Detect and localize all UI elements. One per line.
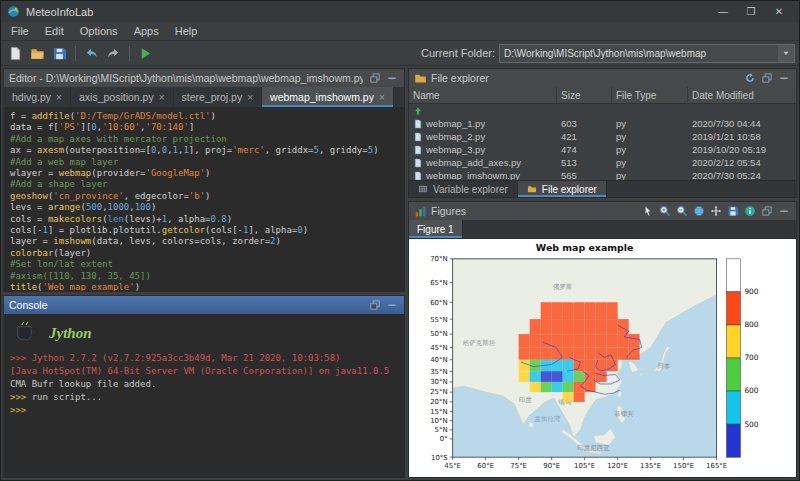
- current-folder-dropdown-icon[interactable]: [778, 45, 794, 62]
- app-logo-icon: [7, 5, 20, 18]
- file-date-cell: 2020/7/30 04:44: [688, 117, 796, 130]
- tab-close-icon[interactable]: ×: [159, 92, 165, 103]
- run-button[interactable]: [135, 43, 156, 64]
- column-header-file-type[interactable]: File Type: [612, 87, 688, 103]
- right-column: File explorer NameSizeFile TypeDate Modi…: [408, 68, 797, 478]
- zoom-in-icon[interactable]: [657, 204, 672, 219]
- new-script-button[interactable]: [5, 43, 26, 64]
- refresh-icon[interactable]: [742, 71, 757, 86]
- current-folder-value: D:\Working\MIScript\Jython\mis\map\webma…: [504, 48, 778, 59]
- tab-file-explorer[interactable]: File explorer: [518, 181, 607, 197]
- file-row-webmap_1.py[interactable]: webmap_1.py603py2020/7/30 04:44: [409, 117, 796, 130]
- console-body[interactable]: Jython >>> Jython 2.7.2 (v2.7.2:925a3cc3…: [4, 314, 404, 477]
- redo-button[interactable]: [103, 43, 124, 64]
- hide-icon[interactable]: [384, 71, 399, 86]
- svg-text:孟加拉湾: 孟加拉湾: [534, 415, 560, 423]
- file-row-webmap_add_axes.py[interactable]: webmap_add_axes.py513py2020/2/12 05:54: [409, 156, 796, 169]
- svg-text:900: 900: [744, 287, 758, 296]
- window-controls: — ❐ ✕: [709, 1, 793, 22]
- file-name-cell: webmap_imshowm.py: [409, 169, 557, 180]
- pan-icon[interactable]: [708, 204, 723, 219]
- code-area[interactable]: f = addfile('D:/Temp/GrADS/model.ctl')da…: [4, 108, 404, 291]
- svg-text:印度: 印度: [519, 396, 532, 404]
- toolbar-separator: [129, 46, 130, 61]
- svg-text:500: 500: [744, 420, 758, 429]
- column-header-name[interactable]: Name: [409, 87, 557, 103]
- editor-tab-axis_position.py[interactable]: axis_position.py×: [71, 87, 174, 107]
- maximize-button[interactable]: ❐: [737, 1, 765, 22]
- float-icon[interactable]: [367, 298, 382, 313]
- menu-apps[interactable]: Apps: [126, 22, 167, 40]
- file-row-webmap_3.py[interactable]: webmap_3.py474py2019/10/20 05:19: [409, 143, 796, 156]
- file-date-cell: 2020/7/30 05:24: [688, 169, 796, 180]
- menu-edit[interactable]: Edit: [37, 22, 72, 40]
- parent-directory-row[interactable]: [409, 104, 796, 117]
- globe-icon[interactable]: [691, 204, 706, 219]
- editor-tab-hdivg.py[interactable]: hdivg.py×: [4, 87, 71, 107]
- float-icon[interactable]: [367, 71, 382, 86]
- float-icon[interactable]: [759, 71, 774, 86]
- svg-text:10°N: 10°N: [430, 417, 448, 425]
- file-explorer-controls: [742, 71, 791, 86]
- main-area: Editor - D:\Working\MIScript\Jython\mis\…: [1, 66, 799, 480]
- menu-options[interactable]: Options: [72, 22, 126, 40]
- hide-icon[interactable]: [776, 204, 791, 219]
- undo-button[interactable]: [81, 43, 102, 64]
- column-header-size[interactable]: Size: [557, 87, 612, 103]
- select-icon[interactable]: [640, 204, 655, 219]
- svg-text:75°E: 75°E: [510, 462, 527, 470]
- tab-close-icon[interactable]: ×: [379, 92, 385, 103]
- file-row-webmap_2.py[interactable]: webmap_2.py421py2019/1/21 10:58: [409, 130, 796, 143]
- menu-file[interactable]: File: [3, 22, 37, 40]
- figures-toolbar: [640, 204, 791, 219]
- svg-text:5°N: 5°N: [435, 426, 448, 434]
- svg-text:45°N: 45°N: [430, 344, 448, 352]
- figures-title: Figures: [431, 205, 466, 217]
- console-panel: Console Jython >>> Jython 2.7.2 (v2.7.2:…: [3, 295, 405, 478]
- save-icon[interactable]: [725, 204, 740, 219]
- open-folder-button[interactable]: [27, 43, 48, 64]
- chart-icon: [414, 205, 427, 218]
- info-icon[interactable]: [742, 204, 757, 219]
- svg-text:Web map example: Web map example: [536, 242, 634, 253]
- svg-text:50°N: 50°N: [430, 330, 448, 338]
- svg-text:0°: 0°: [440, 435, 448, 443]
- svg-text:20°N: 20°N: [430, 398, 448, 406]
- save-button[interactable]: [49, 43, 70, 64]
- column-header-date-modified[interactable]: Date Modified: [688, 87, 796, 103]
- console-line-3: CMA Bufr lookup file added.: [10, 378, 398, 391]
- float-icon[interactable]: [759, 204, 774, 219]
- current-folder-combobox[interactable]: D:\Working\MIScript\Jython\mis\map\webma…: [499, 44, 795, 63]
- svg-text:15°N: 15°N: [430, 408, 448, 416]
- file-row-webmap_imshowm.py[interactable]: webmap_imshowm.py565py2020/7/30 05:24: [409, 169, 796, 180]
- hide-icon[interactable]: [776, 71, 791, 86]
- py-file-icon: [413, 119, 423, 129]
- svg-text:30°N: 30°N: [430, 378, 448, 386]
- file-table-header: NameSizeFile TypeDate Modified: [409, 87, 796, 104]
- jython-logo-text: Jython: [49, 327, 92, 340]
- zoom-out-icon[interactable]: [674, 204, 689, 219]
- hide-icon[interactable]: [384, 298, 399, 313]
- file-date-cell: 2019/1/21 10:58: [688, 130, 796, 143]
- console-line-5: >>>: [10, 404, 398, 417]
- folder-icon: [414, 72, 427, 85]
- file-name-cell: webmap_1.py: [409, 117, 557, 130]
- code-line-8: geoshow('cn_province', edgecolor='b'): [10, 191, 404, 202]
- tab-variable-explorer[interactable]: Variable explorer: [409, 181, 518, 197]
- editor-tab-webmap_imshowm.py[interactable]: webmap_imshowm.py×: [262, 87, 394, 107]
- tab-close-icon[interactable]: ×: [56, 92, 62, 103]
- py-file-icon: [413, 158, 423, 168]
- code-line-13: colorbar(layer): [10, 248, 404, 259]
- close-button[interactable]: ✕: [765, 1, 793, 22]
- editor-tabbar: hdivg.py×axis_position.py×stere_proj.py×…: [4, 87, 404, 108]
- editor-tab-stere_proj.py[interactable]: stere_proj.py×: [174, 87, 263, 107]
- tab-close-icon[interactable]: ×: [247, 92, 253, 103]
- file-type-cell: py: [612, 143, 688, 156]
- figure-canvas-area[interactable]: 俄罗斯哈萨克斯坦日本印度缅甸孟加拉湾菲律宾印度尼西亚Web map exampl…: [409, 239, 796, 477]
- figure-1-tab[interactable]: Figure 1: [409, 220, 463, 238]
- console-prompt: >>>: [10, 405, 26, 415]
- menu-help[interactable]: Help: [167, 22, 206, 40]
- file-name-cell: webmap_2.py: [409, 130, 557, 143]
- minimize-button[interactable]: —: [709, 1, 737, 22]
- code-line-6: wlayer = webmap(provider='GoogleMap'): [10, 168, 404, 179]
